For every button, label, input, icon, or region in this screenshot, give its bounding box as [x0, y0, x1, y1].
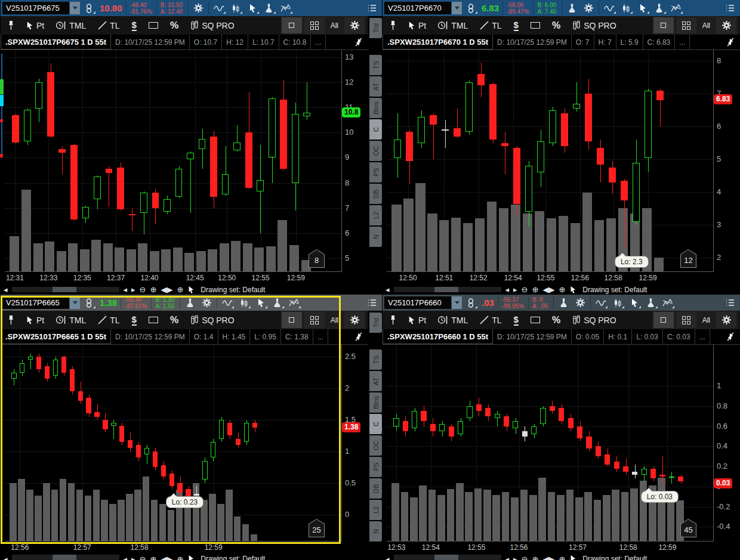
scrollbar-thumb[interactable]	[434, 555, 458, 560]
scrollbar-thumb[interactable]	[53, 287, 76, 292]
chart-title[interactable]: .SPXW251017P6660 1 D 55t	[383, 329, 493, 344]
zoom-out-icon[interactable]: ⊖	[140, 555, 146, 560]
scroll-left-icon[interactable]: ◂	[4, 285, 8, 294]
price-axis[interactable]: 2.521.510.501.38	[342, 345, 368, 542]
collapse-icon[interactable]	[349, 329, 368, 344]
flask-icon[interactable]	[556, 296, 572, 310]
gadget-tab-at[interactable]: AT	[369, 76, 382, 97]
gadget-tab-trd[interactable]: Trd	[369, 313, 382, 333]
sq-pro-button[interactable]: SQ PRO	[185, 312, 239, 328]
settings-gear-button[interactable]	[344, 312, 365, 328]
time-axis[interactable]: 12:5012:5112:5212:5412:5512:5612:5812:59	[383, 272, 740, 284]
flask-icon[interactable]	[564, 1, 580, 15]
gadget-tab-ts[interactable]: TS	[369, 349, 382, 370]
percent-tool-button[interactable]: %	[165, 17, 184, 33]
gadget-tab-oc[interactable]: OC	[369, 141, 382, 161]
crosshair-icon[interactable]: ⊕	[177, 555, 183, 560]
trendline-tool-button[interactable]: TL	[474, 17, 507, 33]
symbol-input[interactable]: V251017P6670	[384, 2, 451, 14]
trendline-tool-button[interactable]: TL	[474, 312, 507, 328]
pin-button[interactable]	[3, 312, 19, 328]
gadget-tab-n[interactable]: N	[369, 521, 382, 542]
gear-icon[interactable]	[572, 296, 588, 310]
timeline-tool-button[interactable]: TML	[433, 17, 473, 33]
header-more[interactable]: ...	[675, 35, 690, 49]
gadget-tab-l2[interactable]: L2	[369, 205, 382, 225]
gadget-tab-db[interactable]: DB	[369, 478, 382, 499]
cursor-icon[interactable]	[244, 1, 260, 15]
percent-tool-button[interactable]: %	[547, 17, 566, 33]
symbol-input[interactable]: V251017P6665	[2, 296, 69, 309]
chart-style-icon[interactable]	[236, 296, 252, 310]
cursor-icon[interactable]	[187, 555, 195, 560]
pattern-icon[interactable]	[668, 1, 684, 15]
chart-scrollbar[interactable]	[394, 555, 501, 560]
gadget-tab-trd[interactable]: Trd	[369, 18, 382, 38]
drawing-set-label[interactable]: Drawing set: Default	[201, 555, 265, 560]
settings-gear-button[interactable]	[716, 17, 736, 33]
price-level-tool-button[interactable]: $	[127, 17, 142, 33]
zoom-in-icon[interactable]: ⊕	[532, 285, 539, 294]
price-plot[interactable]: 8	[5, 50, 342, 272]
zoom-out-icon[interactable]: ⊖	[522, 555, 528, 560]
step-right-icon[interactable]: ▸	[513, 555, 517, 560]
studies-icon[interactable]	[601, 1, 617, 15]
gadget-tab-oc[interactable]: OC	[369, 435, 382, 456]
percent-tool-button[interactable]: %	[165, 312, 184, 328]
gadget-tab-ts[interactable]: TS	[369, 55, 382, 75]
pin-button[interactable]	[385, 312, 401, 328]
rectangle-tool-button[interactable]	[525, 17, 545, 33]
cursor-icon[interactable]	[634, 1, 650, 15]
sq-pro-button[interactable]: SQ PRO	[567, 17, 621, 33]
symbol-dropdown-button[interactable]	[70, 2, 80, 14]
timeline-tool-button[interactable]: TML	[51, 312, 91, 328]
all-button[interactable]: All	[326, 316, 343, 324]
flask-icon[interactable]	[269, 296, 285, 310]
chart-menu-icon[interactable]	[722, 296, 738, 310]
flask-icon[interactable]	[651, 1, 667, 15]
gear-icon[interactable]	[190, 1, 206, 15]
price-axis[interactable]: 10.80.60.40.20-0.2-0.40.03	[714, 345, 740, 542]
step-left-icon[interactable]: ◂	[505, 555, 510, 560]
all-button[interactable]: All	[326, 21, 343, 30]
all-button[interactable]: All	[698, 21, 715, 30]
grid-layout-button[interactable]	[676, 312, 696, 328]
all-button[interactable]: All	[698, 316, 715, 324]
step-left-icon[interactable]: ◂	[124, 285, 128, 294]
price-plot[interactable]: Lo: 0.0345	[387, 345, 714, 542]
pan-icon[interactable]: ◀▶	[161, 285, 172, 294]
single-chart-button[interactable]	[282, 17, 302, 33]
chart-menu-icon[interactable]	[364, 1, 380, 15]
symbol-dropdown-button[interactable]	[452, 296, 462, 309]
settings-gear-button[interactable]	[344, 17, 365, 33]
price-level-tool-button[interactable]: $	[127, 312, 142, 328]
time-axis[interactable]: 12:3112:3312:3512:3712:4012:4512:5012:55…	[1, 272, 368, 284]
gadget-tab-c[interactable]: C	[369, 414, 382, 434]
symbol-dropdown-button[interactable]	[70, 296, 80, 309]
studies-icon[interactable]	[211, 1, 227, 15]
link-icon[interactable]	[462, 296, 479, 310]
gadget-tab-ps[interactable]: PS	[369, 457, 382, 477]
price-level-tool-button[interactable]: $	[508, 312, 524, 328]
step-right-icon[interactable]: ▸	[131, 555, 135, 560]
gadget-tab-l2[interactable]: L2	[369, 500, 382, 520]
step-right-icon[interactable]: ▸	[131, 285, 135, 294]
grid-layout-button[interactable]	[304, 312, 325, 328]
settings-gear-button[interactable]	[716, 312, 736, 328]
pattern-icon[interactable]	[286, 296, 302, 310]
scroll-left-icon[interactable]: ◂	[4, 555, 8, 560]
link-icon[interactable]	[81, 1, 97, 15]
timeline-tool-button[interactable]: TML	[433, 312, 473, 328]
cursor-icon[interactable]	[569, 286, 576, 294]
step-left-icon[interactable]: ◂	[505, 285, 510, 294]
trendline-tool-button[interactable]: TL	[92, 312, 125, 328]
collapse-icon[interactable]	[349, 35, 368, 49]
chart-style-icon[interactable]	[227, 1, 243, 15]
trendline-tool-button[interactable]: TL	[92, 17, 125, 33]
pin-button[interactable]	[3, 17, 19, 33]
pan-icon[interactable]: ◀▶	[161, 555, 172, 560]
drawing-set-label[interactable]: Drawing set: Default	[582, 555, 647, 560]
header-more[interactable]: ...	[695, 329, 710, 344]
price-axis[interactable]: 87654326.83	[714, 50, 740, 272]
cursor-icon[interactable]	[187, 286, 195, 294]
